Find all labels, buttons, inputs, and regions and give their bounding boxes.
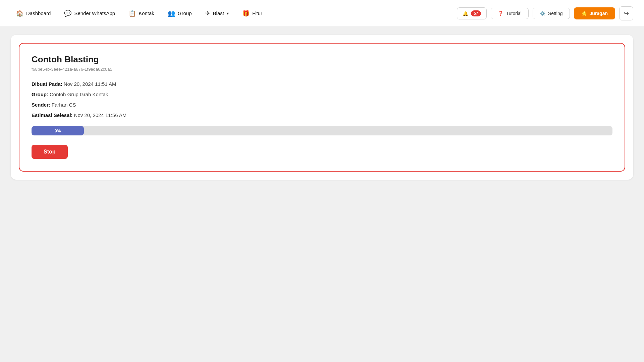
sender-label: Sender: [32,102,50,108]
group-row: Group: Contoh Grup Grab Kontak [32,92,612,97]
blast-id: f68be54b-3eee-421a-a676-1f9eda62c0a5 [32,67,612,72]
logout-button[interactable]: ↪ [619,6,633,20]
logout-icon: ↪ [624,10,629,17]
navbar: 🏠 Dashboard 💬 Sender WhatsApp 📋 Kontak 👥… [0,0,644,27]
chevron-down-icon: ▾ [227,11,229,16]
nav-label-group: Group [178,10,192,16]
home-icon: 🏠 [16,10,23,17]
estimasi-row: Estimasi Selesai: Nov 20, 2024 11:56 AM [32,112,612,118]
juragan-label: Juragan [590,11,608,16]
estimasi-value: Nov 20, 2024 11:56 AM [74,112,127,118]
nav-actions: 🔔 57 ❓ Tutorial ⚙️ Setting ⭐ Juragan ↪ [457,6,633,20]
main-content: Contoh Blasting f68be54b-3eee-421a-a676-… [0,27,644,188]
nav-item-fitur[interactable]: 🎁 Fitur [237,7,268,20]
nav-item-sender-whatsapp[interactable]: 💬 Sender WhatsApp [59,7,120,20]
progress-bar-fill: 9% [32,126,84,135]
outer-card: Contoh Blasting f68be54b-3eee-421a-a676-… [11,35,633,180]
estimasi-label: Estimasi Selesai: [32,112,73,118]
blast-title: Contoh Blasting [32,54,612,65]
gear-icon: ⚙️ [540,11,545,16]
blast-icon: ✈ [205,10,210,17]
kontak-icon: 📋 [128,10,136,17]
notification-badge: 57 [471,10,481,16]
dibuat-pada-label: Dibuat Pada: [32,81,62,87]
tutorial-label: Tutorial [506,11,522,16]
dibuat-pada-row: Dibuat Pada: Nov 20, 2024 11:51 AM [32,81,612,87]
tutorial-icon: ❓ [498,11,503,16]
whatsapp-icon: 💬 [64,10,71,17]
nav-label-blast: Blast [213,10,224,16]
star-icon: ⭐ [581,11,587,16]
nav-label-fitur: Fitur [252,10,262,16]
progress-bar-background: 9% [32,126,612,135]
nav-item-dashboard[interactable]: 🏠 Dashboard [11,7,56,20]
group-label: Group: [32,92,48,97]
tutorial-button[interactable]: ❓ Tutorial [491,8,529,19]
stop-button[interactable]: Stop [32,145,68,159]
nav-label-sender-whatsapp: Sender WhatsApp [74,10,115,16]
notification-button[interactable]: 🔔 57 [457,7,486,19]
sender-row: Sender: Farhan CS [32,102,612,108]
nav-item-blast[interactable]: ✈ Blast ▾ [200,7,234,20]
blast-card: Contoh Blasting f68be54b-3eee-421a-a676-… [19,43,625,172]
dibuat-pada-value: Nov 20, 2024 11:51 AM [64,81,116,87]
group-value: Contoh Grup Grab Kontak [50,92,108,97]
nav-label-kontak: Kontak [139,10,154,16]
nav-item-group[interactable]: 👥 Group [162,7,197,20]
nav-label-dashboard: Dashboard [26,10,51,16]
nav-item-kontak[interactable]: 📋 Kontak [123,7,160,20]
progress-label: 9% [55,128,61,133]
nav-links: 🏠 Dashboard 💬 Sender WhatsApp 📋 Kontak 👥… [11,7,457,20]
fitur-icon: 🎁 [242,10,250,17]
group-icon: 👥 [168,10,175,17]
sender-value: Farhan CS [52,102,76,108]
bell-icon: 🔔 [463,11,468,16]
setting-button[interactable]: ⚙️ Setting [533,8,570,19]
juragan-button[interactable]: ⭐ Juragan [574,7,615,19]
setting-label: Setting [548,11,563,16]
progress-container: 9% [32,126,612,135]
